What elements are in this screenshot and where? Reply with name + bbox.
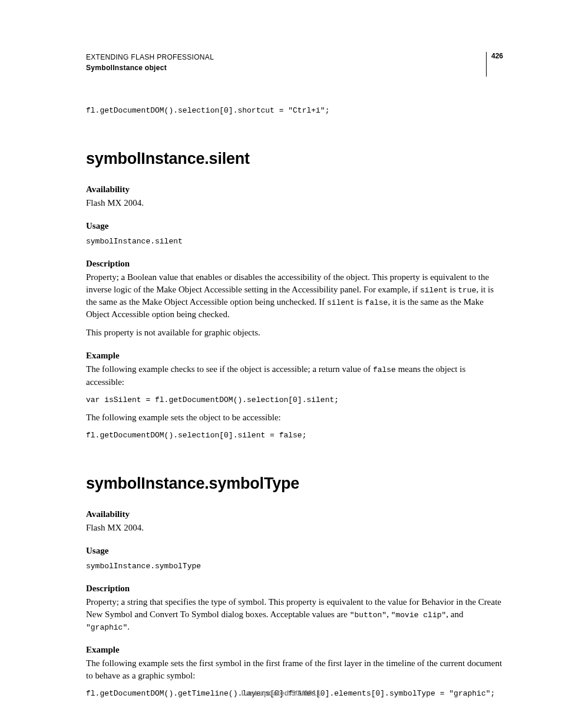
- desc-text: is: [355, 297, 365, 307]
- page-header: EXTENDING FLASH PROFESSIONAL SymbolInsta…: [86, 52, 503, 77]
- inline-code: "button": [350, 611, 386, 620]
- intro-code-block: fl.getDocumentDOM().selection[0].shortcu…: [86, 105, 503, 117]
- desc-text: is: [448, 285, 458, 294]
- example-code-1: var isSilent = fl.getDocumentDOM().selec…: [86, 394, 503, 406]
- section-title-symboltype: symbolInstance.symbolType: [86, 475, 503, 493]
- example-paragraph-s2: The following example sets the first sym…: [86, 657, 503, 682]
- description-paragraph-2: This property is not available for graph…: [86, 327, 503, 339]
- page-container: EXTENDING FLASH PROFESSIONAL SymbolInsta…: [0, 0, 562, 700]
- desc-text: .: [127, 622, 130, 631]
- availability-heading-2: Availability: [86, 509, 503, 519]
- example-paragraph-1: The following example checks to see if t…: [86, 363, 503, 388]
- ex-text: The following example checks to see if t…: [86, 364, 373, 374]
- description-paragraph-1: Property; a Boolean value that enables o…: [86, 271, 503, 321]
- section-title-silent: symbolInstance.silent: [86, 150, 503, 168]
- desc-text: ,: [386, 610, 391, 619]
- description-heading-2: Description: [86, 584, 503, 594]
- example-heading: Example: [86, 351, 503, 361]
- page-number-wrap: 426: [486, 52, 503, 77]
- inline-code: silent: [420, 286, 448, 295]
- inline-code: silent: [327, 298, 355, 307]
- inline-code: false: [365, 298, 388, 307]
- description-heading: Description: [86, 259, 503, 269]
- usage-heading: Usage: [86, 221, 503, 231]
- example-code-2: fl.getDocumentDOM().selection[0].silent …: [86, 430, 503, 442]
- inline-code: true: [458, 286, 476, 295]
- desc-text: , and: [446, 610, 463, 619]
- example-heading-2: Example: [86, 645, 503, 655]
- usage-code-2: symbolInstance.symbolType: [86, 561, 503, 572]
- availability-text-2: Flash MX 2004.: [86, 522, 503, 534]
- inline-code: "movie clip": [391, 611, 447, 620]
- usage-code: symbolInstance.silent: [86, 236, 503, 248]
- page-number-rule: [486, 52, 487, 77]
- page-footer: Last updated 5/2/2011: [0, 689, 562, 697]
- availability-heading: Availability: [86, 185, 503, 195]
- header-left: EXTENDING FLASH PROFESSIONAL SymbolInsta…: [86, 52, 214, 73]
- inline-code: "graphic": [86, 623, 127, 632]
- usage-heading-2: Usage: [86, 546, 503, 556]
- page-number: 426: [491, 52, 503, 77]
- availability-text: Flash MX 2004.: [86, 197, 503, 209]
- header-doc-title: EXTENDING FLASH PROFESSIONAL: [86, 52, 214, 62]
- header-section-title: SymbolInstance object: [86, 62, 214, 73]
- example-paragraph-2: The following example sets the object to…: [86, 411, 503, 424]
- inline-code: false: [373, 365, 396, 374]
- description-paragraph-s2: Property; a string that specifies the ty…: [86, 596, 503, 633]
